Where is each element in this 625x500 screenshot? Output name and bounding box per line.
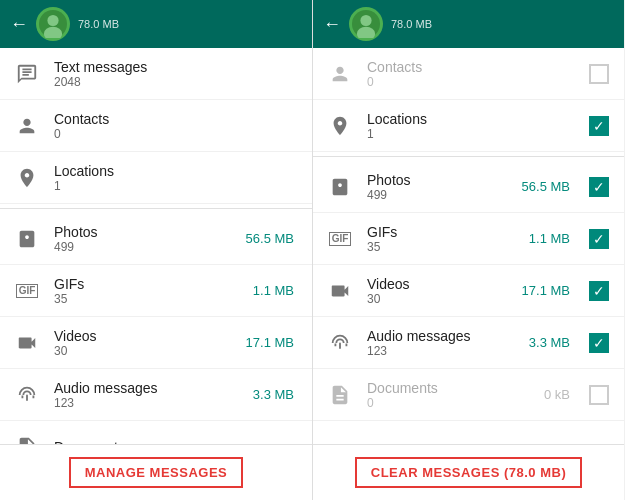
r-locations-icon (327, 113, 353, 139)
list-item: Locations 1 ✓ (313, 100, 624, 152)
r-locations-text: Locations 1 (367, 111, 574, 141)
list-item: Contacts 0 (0, 100, 312, 152)
right-header-size: 78.0 MB (391, 18, 614, 30)
list-item: Documents 0 0 kB (313, 369, 624, 421)
left-footer: MANAGE MESSAGES (0, 444, 312, 500)
svg-point-4 (360, 15, 371, 26)
r-photos-checkbox[interactable]: ✓ (588, 176, 610, 198)
r-locations-checkbox[interactable]: ✓ (588, 115, 610, 137)
r-audio-name: Audio messages (367, 328, 515, 344)
r-videos-checkbox[interactable]: ✓ (588, 280, 610, 302)
text-messages-count: 2048 (54, 75, 298, 89)
audio-count: 123 (54, 396, 239, 410)
contacts-count: 0 (54, 127, 298, 141)
photos-name: Photos (54, 224, 232, 240)
r-gifs-text: GIFs 35 (367, 224, 515, 254)
unchecked-checkbox (589, 64, 609, 84)
r-documents-name: Documents (367, 380, 530, 396)
left-back-button[interactable]: ← (10, 14, 28, 35)
list-item: GIF GIFs 35 1.1 MB ✓ (313, 213, 624, 265)
audio-text: Audio messages 123 (54, 380, 239, 410)
checkmark-icon: ✓ (593, 232, 605, 246)
contacts-name: Contacts (54, 111, 298, 127)
locations-count: 1 (54, 179, 298, 193)
list-item: Audio messages 123 3.3 MB ✓ (313, 317, 624, 369)
r-videos-count: 30 (367, 292, 508, 306)
audio-icon (14, 382, 40, 408)
r-gifs-icon: GIF (327, 226, 353, 252)
r-documents-text: Documents 0 (367, 380, 530, 410)
gifs-count: 35 (54, 292, 239, 306)
right-content: Contacts 0 Locations 1 ✓ (313, 48, 624, 444)
r-videos-text: Videos 30 (367, 276, 508, 306)
divider (0, 208, 312, 209)
contacts-icon (14, 113, 40, 139)
r-gifs-name: GIFs (367, 224, 515, 240)
checked-checkbox: ✓ (589, 281, 609, 301)
list-item: Videos 30 17.1 MB (0, 317, 312, 369)
gif-badge: GIF (329, 232, 352, 246)
left-content: Text messages 2048 Contacts 0 (0, 48, 312, 444)
checkmark-icon: ✓ (593, 284, 605, 298)
r-audio-text: Audio messages 123 (367, 328, 515, 358)
locations-name: Locations (54, 163, 298, 179)
text-messages-name: Text messages (54, 59, 298, 75)
gifs-text: GIFs 35 (54, 276, 239, 306)
r-contacts-checkbox[interactable] (588, 63, 610, 85)
videos-text: Videos 30 (54, 328, 232, 358)
r-documents-size: 0 kB (544, 387, 570, 402)
left-header-size: 78.0 MB (78, 18, 302, 30)
list-item: Audio messages 123 3.3 MB (0, 369, 312, 421)
r-locations-count: 1 (367, 127, 574, 141)
left-header: ← 78.0 MB (0, 0, 312, 48)
gifs-size: 1.1 MB (253, 283, 294, 298)
r-videos-name: Videos (367, 276, 508, 292)
right-avatar (349, 7, 383, 41)
r-documents-checkbox[interactable] (588, 384, 610, 406)
photos-icon (14, 226, 40, 252)
locations-text: Locations 1 (54, 163, 298, 193)
videos-name: Videos (54, 328, 232, 344)
r-gifs-count: 35 (367, 240, 515, 254)
r-photos-size: 56.5 MB (522, 179, 570, 194)
checked-checkbox: ✓ (589, 229, 609, 249)
photos-size: 56.5 MB (246, 231, 294, 246)
audio-size: 3.3 MB (253, 387, 294, 402)
r-photos-icon (327, 174, 353, 200)
r-audio-checkbox[interactable]: ✓ (588, 332, 610, 354)
checked-checkbox: ✓ (589, 333, 609, 353)
gifs-icon: GIF (14, 278, 40, 304)
videos-icon (14, 330, 40, 356)
checkmark-icon: ✓ (593, 119, 605, 133)
r-documents-count: 0 (367, 396, 530, 410)
text-messages-text: Text messages 2048 (54, 59, 298, 89)
text-messages-icon (14, 61, 40, 87)
list-item: Photos 499 56.5 MB (0, 213, 312, 265)
r-audio-count: 123 (367, 344, 515, 358)
checked-checkbox: ✓ (589, 116, 609, 136)
videos-size: 17.1 MB (246, 335, 294, 350)
r-gifs-checkbox[interactable]: ✓ (588, 228, 610, 250)
divider (313, 156, 624, 157)
r-gifs-size: 1.1 MB (529, 231, 570, 246)
documents-icon (14, 434, 40, 445)
r-documents-icon (327, 382, 353, 408)
right-back-button[interactable]: ← (323, 14, 341, 35)
svg-point-1 (47, 15, 58, 26)
r-audio-icon (327, 330, 353, 356)
clear-messages-button[interactable]: CLEAR MESSAGES (78.0 MB) (355, 457, 582, 488)
checkmark-icon: ✓ (593, 180, 605, 194)
audio-name: Audio messages (54, 380, 239, 396)
list-item: Text messages 2048 (0, 48, 312, 100)
checkmark-icon: ✓ (593, 336, 605, 350)
unchecked-checkbox (589, 385, 609, 405)
list-item: Documents (0, 421, 312, 444)
locations-icon (14, 165, 40, 191)
r-videos-size: 17.1 MB (522, 283, 570, 298)
right-footer: CLEAR MESSAGES (78.0 MB) (313, 444, 624, 500)
checked-checkbox: ✓ (589, 177, 609, 197)
left-header-info: 78.0 MB (78, 18, 302, 30)
r-photos-name: Photos (367, 172, 508, 188)
manage-messages-button[interactable]: MANAGE MESSAGES (69, 457, 244, 488)
list-item: Videos 30 17.1 MB ✓ (313, 265, 624, 317)
